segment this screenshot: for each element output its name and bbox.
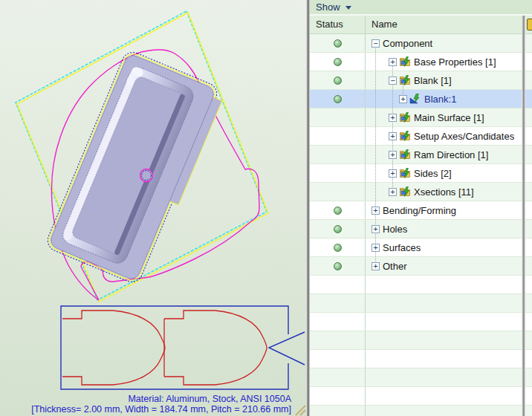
tree-item-label[interactable]: Holes — [383, 224, 407, 235]
status-cell — [310, 276, 366, 293]
column-header-status[interactable]: Status — [310, 16, 366, 33]
viewport-canvas — [0, 0, 306, 416]
tree-item-label[interactable]: Surfaces — [383, 242, 421, 253]
status-dot — [334, 225, 342, 233]
expand-icon[interactable]: + — [399, 95, 407, 103]
name-cell: +Main Surface [1] — [366, 108, 532, 126]
expand-icon[interactable]: + — [389, 58, 397, 66]
status-cell — [310, 257, 366, 275]
material-info-line1: Material: Aluminum, Stock, ANSI 1050A — [9, 394, 291, 404]
status-cell — [310, 313, 366, 331]
tree-row[interactable]: +Xsections [11] — [310, 183, 532, 201]
tree-row[interactable]: +Base Properties [1] — [310, 53, 532, 71]
tree-row-empty — [310, 368, 532, 387]
name-cell: +Setup Axes/Candidates — [366, 127, 532, 145]
expand-icon[interactable]: + — [389, 188, 397, 196]
tree-item-label[interactable]: Component — [383, 38, 432, 49]
name-cell: +Bending/Forming — [366, 201, 532, 219]
name-cell: +Blank:1 — [366, 90, 532, 108]
name-cell — [366, 313, 532, 331]
show-menu[interactable]: Show — [310, 0, 532, 16]
name-cell: −Blank [1] — [366, 71, 532, 89]
name-cell — [366, 406, 532, 416]
viewport-3d[interactable]: Material: Aluminum, Stock, ANSI 1050A [T… — [0, 0, 306, 416]
column-header-name[interactable]: Name — [366, 16, 532, 33]
tree-row[interactable]: −Component — [310, 34, 532, 53]
expand-icon[interactable]: + — [372, 262, 380, 270]
tree-row-empty — [310, 294, 532, 313]
tree-item-label[interactable]: Other — [383, 261, 407, 272]
status-dot — [334, 95, 342, 103]
tree-item-label[interactable]: Base Properties [1] — [414, 56, 496, 68]
tree-row-empty — [310, 350, 532, 368]
tree-item-label[interactable]: Blank:1 — [424, 94, 456, 105]
tree-row[interactable]: +Sides [2] — [310, 164, 532, 183]
expand-icon[interactable]: + — [372, 244, 380, 252]
part-folder-icon — [399, 56, 411, 67]
status-cell — [310, 108, 366, 126]
part-folder-icon — [399, 186, 411, 197]
tree-item-label[interactable]: Setup Axes/Candidates — [414, 131, 514, 142]
tree-row[interactable]: −Blank [1] — [310, 71, 532, 90]
tree-item-label[interactable]: Xsections [11] — [414, 186, 474, 198]
expand-icon[interactable]: + — [389, 151, 397, 159]
tree-item-label[interactable]: Blank [1] — [414, 75, 452, 86]
status-cell — [310, 53, 366, 71]
status-dot — [334, 39, 342, 48]
status-cell — [310, 183, 366, 201]
tree-table-header: Status Name — [310, 16, 532, 34]
name-cell: +Sides [2] — [366, 164, 532, 182]
status-cell — [310, 146, 366, 163]
collapse-icon[interactable]: − — [389, 77, 397, 85]
name-cell — [366, 276, 532, 293]
status-cell — [310, 90, 366, 108]
expand-icon[interactable]: + — [389, 114, 397, 122]
blank-sketch-icon — [409, 94, 421, 104]
tree-row[interactable]: +Holes — [310, 220, 532, 238]
status-dot — [334, 58, 342, 66]
collapse-icon[interactable]: − — [372, 39, 380, 48]
clipped-column-icon — [527, 19, 532, 30]
tree-row[interactable]: +Surfaces — [310, 238, 532, 257]
part-hole[interactable] — [140, 169, 153, 182]
name-cell — [366, 294, 532, 312]
status-cell — [310, 331, 366, 349]
status-dot — [334, 244, 342, 252]
name-cell — [366, 331, 532, 349]
status-dot — [334, 77, 342, 85]
status-dot — [334, 262, 342, 270]
name-cell: +Holes — [366, 220, 532, 238]
material-info-line2: [Thickness= 2.00 mm, Width = 184.74 mm, … — [9, 404, 291, 415]
tree-row[interactable]: +Blank:1 — [310, 90, 532, 108]
tree-row[interactable]: +Main Surface [1] — [310, 108, 532, 127]
column-splitter[interactable] — [522, 16, 525, 416]
expand-icon[interactable]: + — [372, 225, 380, 233]
expand-icon[interactable]: + — [389, 169, 397, 178]
name-cell: +Surfaces — [366, 238, 532, 256]
name-cell: −Component — [366, 34, 532, 52]
tree-item-label[interactable]: Main Surface [1] — [414, 112, 484, 123]
tree-row[interactable]: +Bending/Forming — [310, 201, 532, 220]
name-cell — [366, 350, 532, 368]
tree-row[interactable]: +Setup Axes/Candidates — [310, 127, 532, 146]
chevron-down-icon — [346, 6, 351, 10]
tree-row[interactable]: +Other — [310, 257, 532, 276]
status-cell — [310, 71, 366, 89]
expand-icon[interactable]: + — [372, 207, 380, 215]
name-cell: +Base Properties [1] — [366, 53, 532, 71]
status-cell — [310, 350, 366, 368]
name-cell: +Ram Direction [1] — [366, 146, 532, 163]
tree-item-label[interactable]: Sides [2] — [414, 168, 452, 179]
tree-row-empty — [310, 331, 532, 350]
status-cell — [310, 220, 366, 238]
tree-rows: −Component+Base Properties [1]−Blank [1]… — [310, 34, 532, 416]
name-cell — [366, 387, 532, 405]
expand-icon[interactable]: + — [389, 132, 397, 140]
part-folder-icon — [399, 75, 411, 85]
name-cell: +Other — [366, 257, 532, 275]
tree-item-label[interactable]: Bending/Forming — [383, 205, 456, 216]
status-cell — [310, 294, 366, 312]
tree-item-label[interactable]: Ram Direction [1] — [414, 149, 488, 160]
tree-row[interactable]: +Ram Direction [1] — [310, 146, 532, 164]
feature-tree-panel: Show Status Name −Component+Base Propert… — [310, 0, 532, 416]
